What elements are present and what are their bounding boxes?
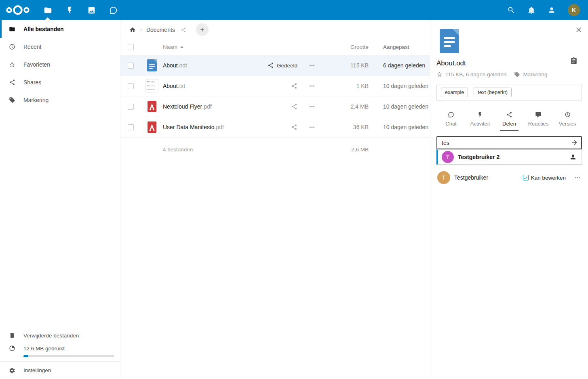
file-size: 36 KB xyxy=(324,124,369,130)
suggestion-name: Testgebruiker 2 xyxy=(458,154,499,160)
row-checkbox[interactable] xyxy=(128,104,134,110)
sidebar-item-label: Shares xyxy=(23,79,41,86)
file-actions-menu[interactable] xyxy=(308,62,316,69)
row-checkbox[interactable] xyxy=(128,63,134,69)
app-gallery-button[interactable] xyxy=(80,0,102,20)
can-edit-toggle[interactable]: Kan bewerken xyxy=(523,175,566,181)
user-avatar[interactable]: K xyxy=(568,4,580,16)
sort-ascending-icon xyxy=(180,46,183,48)
txt-preview-thumbnail: About Nex Welcome t Nextcloud With Next xyxy=(145,80,158,92)
share-icon xyxy=(291,83,297,89)
tab-versions[interactable]: Versies xyxy=(553,110,582,131)
share-actions-menu[interactable] xyxy=(574,174,581,181)
confirm-share-arrow-icon[interactable] xyxy=(571,139,578,147)
tag-action-label[interactable]: Markering xyxy=(523,71,547,77)
sidebar-item-settings[interactable]: Instellingen xyxy=(0,361,120,379)
share-icon xyxy=(9,79,15,86)
file-actions-menu[interactable] xyxy=(308,82,316,90)
sidebar-item-tags[interactable]: Markering xyxy=(0,91,120,109)
search-icon[interactable] xyxy=(507,6,515,14)
file-extension: .odt xyxy=(178,62,187,69)
column-header-name[interactable]: Naam xyxy=(163,44,300,50)
file-row-about-odt[interactable]: About.odt Gedeeld 115 KB 6 dagen geleden xyxy=(120,55,430,76)
app-files-button[interactable] xyxy=(37,0,59,20)
topbar-actions: K xyxy=(507,4,588,16)
home-icon[interactable] xyxy=(129,27,136,33)
chevron-right-icon xyxy=(138,27,144,33)
column-header-size[interactable]: Grootte xyxy=(324,44,369,50)
avatar: T xyxy=(437,171,450,184)
text-cursor xyxy=(450,140,450,146)
tags-input[interactable]: example text (beperkt) xyxy=(436,84,582,101)
quota-progress-fill xyxy=(23,355,28,357)
odt-file-icon xyxy=(145,59,158,72)
share-suggestion-item[interactable]: T Testgebruiker 2 xyxy=(436,149,582,165)
history-icon xyxy=(564,111,571,118)
contacts-icon[interactable] xyxy=(548,6,556,14)
tab-sharing[interactable]: Delen xyxy=(495,110,524,131)
file-actions-menu[interactable] xyxy=(308,124,316,131)
app-talk-button[interactable] xyxy=(102,0,124,20)
file-row-nextcloud-flyer-pdf[interactable]: Nextcloud Flyer.pdf 2,4 MB 10 dagen gele… xyxy=(120,96,430,117)
column-header-modified[interactable]: Aangepast xyxy=(369,44,430,50)
sidebar-footer: Verwijderde bestanden 12.6 MB gebruikt I… xyxy=(0,327,120,379)
sidebar-item-recent[interactable]: Recent xyxy=(0,38,120,56)
trash-label: Verwijderde bestanden xyxy=(23,333,79,339)
tab-comments[interactable]: Reacties xyxy=(524,110,553,131)
settings-label: Instellingen xyxy=(23,367,51,373)
tag-icon xyxy=(9,97,15,103)
avatar: T xyxy=(442,151,454,163)
row-checkbox[interactable] xyxy=(128,124,134,130)
clipboard-icon[interactable] xyxy=(570,57,577,65)
breadcrumb: Documents xyxy=(120,20,430,39)
file-size: 115 KB xyxy=(324,62,369,69)
select-all-checkbox[interactable] xyxy=(128,44,134,50)
checkbox-checked-icon[interactable] xyxy=(523,175,529,180)
sidebar-item-favorites[interactable]: Favorieten xyxy=(0,56,120,73)
share-button[interactable] xyxy=(291,83,300,89)
file-row-user-data-manifesto-pdf[interactable]: User Data Manifesto.pdf 36 KB 10 dagen g… xyxy=(120,117,430,138)
nextcloud-logo[interactable] xyxy=(5,3,30,17)
permission-label: Kan bewerken xyxy=(531,175,566,181)
file-actions-menu[interactable] xyxy=(308,103,316,110)
quota-section: 12.6 MB gebruikt xyxy=(0,343,120,361)
notifications-bell-icon[interactable] xyxy=(527,6,535,14)
image-icon xyxy=(87,6,96,15)
details-filename: About.odt xyxy=(436,59,582,67)
sidebar-item-trash[interactable]: Verwijderde bestanden xyxy=(0,327,120,343)
file-name: About xyxy=(163,62,178,69)
sidebar-item-all-files[interactable]: Alle bestanden xyxy=(0,20,120,38)
file-modified: 10 dagen geleden xyxy=(369,124,430,130)
shared-label: Gedeeld xyxy=(277,63,297,69)
new-file-button[interactable] xyxy=(196,23,209,36)
close-icon[interactable] xyxy=(575,26,583,34)
share-recipient-input[interactable]: tes xyxy=(436,136,582,149)
tag-icon[interactable] xyxy=(514,71,520,77)
details-file-icon xyxy=(436,28,582,54)
breadcrumb-share-icon[interactable] xyxy=(181,27,186,33)
share-button[interactable] xyxy=(291,124,300,130)
sharee-name: Testgebruiker xyxy=(454,174,488,181)
file-list-summary: 4 bestanden 2,6 MB xyxy=(120,138,430,153)
details-panel: About.odt 115 KB, 6 dagen geleden Marker… xyxy=(430,20,588,379)
tag-chip[interactable]: text (beperkt) xyxy=(474,88,512,97)
app-activity-button[interactable] xyxy=(59,0,80,20)
share-icon xyxy=(506,111,512,118)
file-row-about-txt[interactable]: About Nex Welcome t Nextcloud With Next … xyxy=(120,76,430,96)
tab-activity[interactable]: Activiteit xyxy=(466,110,495,131)
tag-chip[interactable]: example xyxy=(441,88,468,97)
shared-status-button[interactable]: Gedeeld xyxy=(268,62,300,69)
row-checkbox[interactable] xyxy=(128,83,134,89)
favorite-star-icon[interactable] xyxy=(436,71,443,77)
pdf-file-icon xyxy=(145,100,158,113)
file-list-panel: Documents Naam Grootte Aangepast xyxy=(120,20,430,379)
tab-chat[interactable]: Chat xyxy=(436,110,466,131)
share-icon xyxy=(291,124,297,130)
details-meta-row: 115 KB, 6 dagen geleden Markering xyxy=(436,71,582,77)
lightning-icon xyxy=(477,111,483,118)
sidebar-item-shares[interactable]: Shares xyxy=(0,73,120,91)
file-table-header: Naam Grootte Aangepast xyxy=(120,39,430,55)
chat-bubble-icon xyxy=(109,6,118,15)
breadcrumb-folder[interactable]: Documents xyxy=(146,27,175,33)
share-button[interactable] xyxy=(291,103,300,110)
